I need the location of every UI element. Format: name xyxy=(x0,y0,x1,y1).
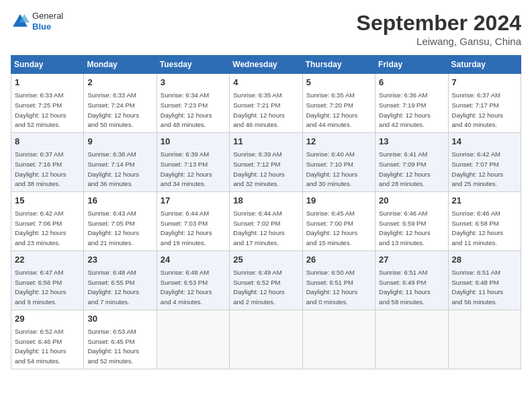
col-monday: Monday xyxy=(84,56,157,74)
logo-blue-text: Blue xyxy=(32,21,63,32)
day-info: Sunrise: 6:42 AMSunset: 7:06 PMDaylight:… xyxy=(15,210,66,246)
day-number: 18 xyxy=(233,195,298,207)
col-thursday: Thursday xyxy=(302,56,375,74)
day-number: 16 xyxy=(87,195,152,207)
calendar-header: Sunday Monday Tuesday Wednesday Thursday… xyxy=(11,56,521,74)
day-number: 14 xyxy=(452,136,517,148)
calendar-day-27: 27Sunrise: 6:51 AMSunset: 6:49 PMDayligh… xyxy=(375,250,448,310)
day-number: 24 xyxy=(161,254,226,266)
day-info: Sunrise: 6:37 AMSunset: 7:16 PMDaylight:… xyxy=(15,150,66,187)
day-info: Sunrise: 6:42 AMSunset: 7:07 PMDaylight:… xyxy=(452,150,504,187)
day-number: 4 xyxy=(233,77,298,89)
calendar-day-23: 23Sunrise: 6:48 AMSunset: 6:55 PMDayligh… xyxy=(84,250,157,310)
day-info: Sunrise: 6:44 AMSunset: 7:02 PMDaylight:… xyxy=(233,210,285,246)
day-number: 7 xyxy=(452,77,517,89)
calendar-day-16: 16Sunrise: 6:43 AMSunset: 7:05 PMDayligh… xyxy=(84,191,157,250)
day-info: Sunrise: 6:52 AMSunset: 6:46 PMDaylight:… xyxy=(15,328,66,365)
calendar-day-8: 8Sunrise: 6:37 AMSunset: 7:16 PMDaylight… xyxy=(11,132,84,191)
calendar-day-5: 5Sunrise: 6:35 AMSunset: 7:20 PMDaylight… xyxy=(302,74,375,133)
title-area: September 2024 Leiwang, Gansu, China xyxy=(357,11,521,47)
calendar-day-21: 21Sunrise: 6:46 AMSunset: 6:58 PMDayligh… xyxy=(448,191,521,250)
day-number: 21 xyxy=(452,195,517,207)
day-number: 10 xyxy=(161,136,226,148)
day-info: Sunrise: 6:51 AMSunset: 6:48 PMDaylight:… xyxy=(452,269,504,306)
location-text: Leiwang, Gansu, China xyxy=(357,36,521,47)
calendar-week-1: 1Sunrise: 6:33 AMSunset: 7:25 PMDaylight… xyxy=(11,74,521,133)
calendar-week-3: 15Sunrise: 6:42 AMSunset: 7:06 PMDayligh… xyxy=(11,191,521,250)
calendar-day-6: 6Sunrise: 6:36 AMSunset: 7:19 PMDaylight… xyxy=(375,74,448,133)
calendar-day-10: 10Sunrise: 6:39 AMSunset: 7:13 PMDayligh… xyxy=(157,132,229,191)
day-number: 6 xyxy=(379,77,444,89)
day-number: 13 xyxy=(379,136,444,148)
day-info: Sunrise: 6:43 AMSunset: 7:05 PMDaylight:… xyxy=(87,210,139,246)
day-info: Sunrise: 6:39 AMSunset: 7:12 PMDaylight:… xyxy=(233,150,285,187)
day-info: Sunrise: 6:37 AMSunset: 7:17 PMDaylight:… xyxy=(452,91,504,128)
day-number: 29 xyxy=(15,313,80,325)
calendar-day-24: 24Sunrise: 6:48 AMSunset: 6:53 PMDayligh… xyxy=(157,250,229,310)
day-number: 28 xyxy=(452,254,517,266)
calendar-table: Sunday Monday Tuesday Wednesday Thursday… xyxy=(11,55,521,369)
day-info: Sunrise: 6:46 AMSunset: 6:58 PMDaylight:… xyxy=(452,210,504,246)
calendar-week-2: 8Sunrise: 6:37 AMSunset: 7:16 PMDaylight… xyxy=(11,132,521,191)
day-number: 17 xyxy=(161,195,226,207)
day-number: 23 xyxy=(87,254,152,266)
day-number: 11 xyxy=(233,136,298,148)
calendar-day-11: 11Sunrise: 6:39 AMSunset: 7:12 PMDayligh… xyxy=(230,132,302,191)
col-wednesday: Wednesday xyxy=(230,56,302,74)
calendar-day-7: 7Sunrise: 6:37 AMSunset: 7:17 PMDaylight… xyxy=(448,74,521,133)
day-number: 20 xyxy=(379,195,444,207)
col-saturday: Saturday xyxy=(448,56,521,74)
day-number: 8 xyxy=(15,136,80,148)
logo-general-text: General xyxy=(32,11,63,21)
day-number: 26 xyxy=(306,254,371,266)
day-info: Sunrise: 6:48 AMSunset: 6:53 PMDaylight:… xyxy=(161,269,212,306)
day-info: Sunrise: 6:35 AMSunset: 7:20 PMDaylight:… xyxy=(306,91,358,128)
day-number: 27 xyxy=(379,254,444,266)
day-number: 5 xyxy=(306,77,371,89)
calendar-day-25: 25Sunrise: 6:49 AMSunset: 6:52 PMDayligh… xyxy=(230,250,302,310)
calendar-day-empty xyxy=(157,310,229,369)
day-number: 9 xyxy=(87,136,152,148)
calendar-day-empty xyxy=(448,310,521,369)
day-info: Sunrise: 6:50 AMSunset: 6:51 PMDaylight:… xyxy=(306,269,358,306)
day-info: Sunrise: 6:46 AMSunset: 6:59 PMDaylight:… xyxy=(379,210,431,246)
calendar-day-3: 3Sunrise: 6:34 AMSunset: 7:23 PMDaylight… xyxy=(157,74,229,133)
calendar-day-18: 18Sunrise: 6:44 AMSunset: 7:02 PMDayligh… xyxy=(230,191,302,250)
calendar-day-4: 4Sunrise: 6:35 AMSunset: 7:21 PMDaylight… xyxy=(230,74,302,133)
col-sunday: Sunday xyxy=(11,56,84,74)
day-info: Sunrise: 6:47 AMSunset: 6:56 PMDaylight:… xyxy=(15,269,66,306)
logo: General Blue xyxy=(11,11,63,32)
day-info: Sunrise: 6:53 AMSunset: 6:45 PMDaylight:… xyxy=(87,328,139,365)
day-info: Sunrise: 6:39 AMSunset: 7:13 PMDaylight:… xyxy=(161,150,212,187)
day-info: Sunrise: 6:38 AMSunset: 7:14 PMDaylight:… xyxy=(87,150,139,187)
header-row: Sunday Monday Tuesday Wednesday Thursday… xyxy=(11,56,521,74)
calendar-week-4: 22Sunrise: 6:47 AMSunset: 6:56 PMDayligh… xyxy=(11,250,521,310)
calendar-day-22: 22Sunrise: 6:47 AMSunset: 6:56 PMDayligh… xyxy=(11,250,84,310)
day-number: 30 xyxy=(87,313,152,325)
day-info: Sunrise: 6:48 AMSunset: 6:55 PMDaylight:… xyxy=(87,269,139,306)
calendar-day-12: 12Sunrise: 6:40 AMSunset: 7:10 PMDayligh… xyxy=(302,132,375,191)
calendar-body: 1Sunrise: 6:33 AMSunset: 7:25 PMDaylight… xyxy=(11,74,521,369)
calendar-day-19: 19Sunrise: 6:45 AMSunset: 7:00 PMDayligh… xyxy=(302,191,375,250)
calendar-day-14: 14Sunrise: 6:42 AMSunset: 7:07 PMDayligh… xyxy=(448,132,521,191)
day-info: Sunrise: 6:41 AMSunset: 7:09 PMDaylight:… xyxy=(379,150,431,187)
day-info: Sunrise: 6:44 AMSunset: 7:03 PMDaylight:… xyxy=(161,210,212,246)
calendar-day-20: 20Sunrise: 6:46 AMSunset: 6:59 PMDayligh… xyxy=(375,191,448,250)
calendar-day-empty xyxy=(302,310,375,369)
day-number: 1 xyxy=(15,77,80,89)
day-info: Sunrise: 6:40 AMSunset: 7:10 PMDaylight:… xyxy=(306,150,358,187)
calendar-day-empty xyxy=(375,310,448,369)
calendar-week-5: 29Sunrise: 6:52 AMSunset: 6:46 PMDayligh… xyxy=(11,310,521,369)
day-info: Sunrise: 6:35 AMSunset: 7:21 PMDaylight:… xyxy=(233,91,285,128)
day-number: 15 xyxy=(15,195,80,207)
day-number: 22 xyxy=(15,254,80,266)
calendar-day-29: 29Sunrise: 6:52 AMSunset: 6:46 PMDayligh… xyxy=(11,310,84,369)
calendar-day-30: 30Sunrise: 6:53 AMSunset: 6:45 PMDayligh… xyxy=(84,310,157,369)
day-info: Sunrise: 6:49 AMSunset: 6:52 PMDaylight:… xyxy=(233,269,285,306)
day-info: Sunrise: 6:45 AMSunset: 7:00 PMDaylight:… xyxy=(306,210,358,246)
month-title: September 2024 xyxy=(357,11,521,36)
calendar-day-17: 17Sunrise: 6:44 AMSunset: 7:03 PMDayligh… xyxy=(157,191,229,250)
calendar-day-9: 9Sunrise: 6:38 AMSunset: 7:14 PMDaylight… xyxy=(84,132,157,191)
day-info: Sunrise: 6:51 AMSunset: 6:49 PMDaylight:… xyxy=(379,269,431,306)
calendar-day-1: 1Sunrise: 6:33 AMSunset: 7:25 PMDaylight… xyxy=(11,74,84,133)
